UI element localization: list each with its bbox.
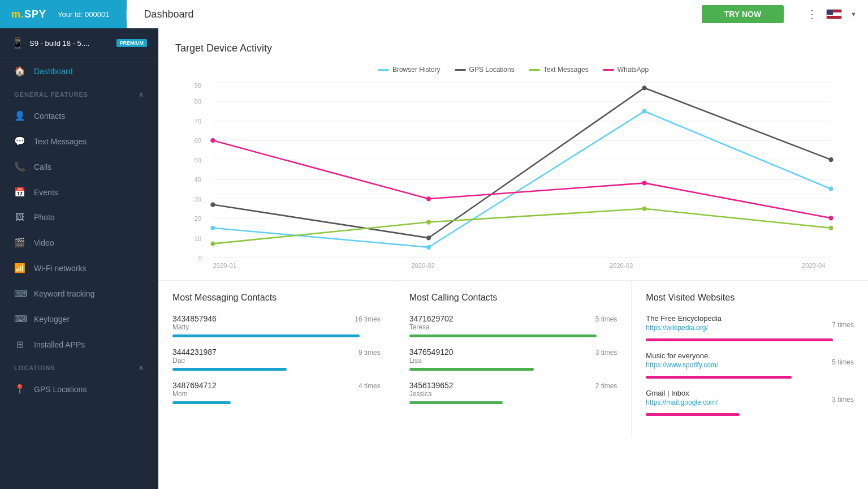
legend-browser: Browser History [378,66,441,74]
svg-point-32 [210,242,215,246]
main-layout: 📱 S9 - build 18 - 5.... PREMIUM 🏠 Dashbo… [0,28,868,489]
video-icon: 🎬 [14,237,25,248]
svg-text:20: 20 [194,215,201,222]
svg-point-39 [828,216,833,220]
svg-text:70: 70 [194,118,201,125]
contact-name: Dad [172,357,217,364]
calling-contact-1: 3471629702 Teresa 5 times [409,314,617,337]
svg-text:30: 30 [194,196,201,203]
websites-panel-title: Most Visited Websites [646,293,854,303]
svg-point-28 [210,202,215,207]
contact-times: 5 times [595,315,617,323]
svg-text:50: 50 [194,157,201,164]
calling-contact-3: 3456139652 Jessica 2 times [409,381,617,404]
more-options-icon[interactable]: ⋮ [806,7,818,21]
svg-text:2020-03: 2020-03 [610,262,633,269]
sidebar-item-photo[interactable]: 🖼 Photo [0,205,158,230]
contact-number: 3487694712 [172,381,217,390]
website-url[interactable]: https://www.spotify.com/ [646,361,718,369]
photo-icon: 🖼 [14,212,25,222]
contact-name: Jessica [409,390,454,398]
legend-browser-label: Browser History [392,66,441,74]
sidebar-item-installed-apps[interactable]: ⊞ Installed APPs [0,332,158,357]
sidebar-item-keylogger[interactable]: ⌨ Keylogger [0,306,158,332]
svg-text:0: 0 [198,255,202,261]
sidebar-item-label: Contacts [34,111,65,121]
website-bar [646,376,791,379]
contact-number: 3471629702 [409,314,454,323]
sidebar-item-label: Video [34,238,54,247]
sidebar-item-dashboard[interactable]: 🏠 Dashboard [0,58,158,84]
apps-icon: ⊞ [14,339,25,350]
website-name: Music for everyone. [646,351,718,360]
svg-point-24 [210,226,215,230]
chevron-up-icon[interactable]: ∧ [139,91,144,98]
legend-browser-color [378,69,389,71]
chart-legend: Browser History GPS Locations Text Messa… [175,66,851,74]
calling-contacts-panel: Most Calling Contacts 3471629702 Teresa … [395,281,632,437]
sidebar-item-label: Events [34,188,58,197]
website-url[interactable]: https://wikipedia.org/ [646,324,722,332]
sidebar-item-label: Installed APPs [34,340,85,349]
svg-point-27 [828,187,833,191]
sidebar-item-label: Keyword tracking [34,289,94,298]
legend-sms-label: Text Messages [543,66,589,74]
sidebar-item-contacts[interactable]: 👤 Contacts [0,103,158,128]
calling-contact-2: 3476549120 Lisa 3 times [409,348,617,371]
sidebar-item-events[interactable]: 📅 Events [0,179,158,205]
sidebar-item-calls[interactable]: 📞 Calls [0,154,158,179]
website-url[interactable]: https://mail.google.com/ [646,398,718,406]
sidebar: 📱 S9 - build 18 - 5.... PREMIUM 🏠 Dashbo… [0,28,158,489]
dropdown-arrow-icon[interactable]: ▼ [850,11,857,18]
sidebar-item-label: Text Messages [34,137,87,146]
contact-bar [172,368,287,371]
svg-point-33 [426,220,431,224]
main-content: Target Device Activity Browser History G… [158,28,868,489]
svg-text:60: 60 [194,137,201,144]
legend-whatsapp-color [603,69,614,71]
calls-icon: 📞 [14,161,25,172]
messaging-panel-title: Most Messaging Contacts [172,293,381,303]
messaging-contact-2: 3444231987 Dad 9 times [172,348,381,371]
sidebar-item-label: Dashboard [34,67,73,76]
calling-panel-title: Most Calling Contacts [409,293,617,303]
contact-bar [409,334,597,337]
contact-times: 2 times [595,382,617,390]
svg-point-26 [642,109,646,113]
events-icon: 📅 [14,187,25,198]
contact-number: 3456139652 [409,381,454,390]
svg-point-35 [828,226,833,230]
sidebar-item-text-messages[interactable]: 💬 Text Messages [0,128,158,154]
sidebar-item-video[interactable]: 🎬 Video [0,230,158,255]
website-bar [646,413,739,416]
language-flag[interactable] [826,9,842,19]
contacts-icon: 👤 [14,110,25,121]
sidebar-item-wifi[interactable]: 📶 Wi-Fi networks [0,255,158,281]
keyword-icon: ⌨ [14,288,25,299]
sidebar-item-label: Wi-Fi networks [34,264,87,273]
svg-text:90: 90 [194,82,201,89]
chevron-up-icon[interactable]: ∧ [139,364,144,372]
svg-point-34 [642,207,646,211]
svg-point-37 [426,196,431,201]
try-now-button[interactable]: TRY NOW [702,5,784,23]
website-name: Gmail | Inbox [646,389,718,397]
activity-chart: 0 10 20 30 40 50 60 70 80 90 [175,82,851,269]
website-times: 3 times [832,396,854,404]
svg-text:2020-02: 2020-02 [411,262,435,269]
contact-name: Matty [172,323,217,331]
svg-point-31 [828,157,833,162]
contact-name: Teresa [409,323,454,331]
svg-text:2020-04: 2020-04 [802,262,826,269]
website-name: The Free Encyclopedia [646,314,722,323]
sidebar-item-gps[interactable]: 📍 GPS Locations [0,376,158,402]
svg-point-29 [426,235,431,240]
svg-text:40: 40 [194,176,201,183]
legend-sms-color [529,69,540,71]
sidebar-item-keyword-tracking[interactable]: ⌨ Keyword tracking [0,281,158,306]
svg-text:80: 80 [194,98,201,105]
svg-text:2020-01: 2020-01 [213,262,236,269]
legend-whatsapp: WhatsApp [603,66,649,74]
messages-icon: 💬 [14,136,25,147]
chart-title: Target Device Activity [175,42,851,54]
